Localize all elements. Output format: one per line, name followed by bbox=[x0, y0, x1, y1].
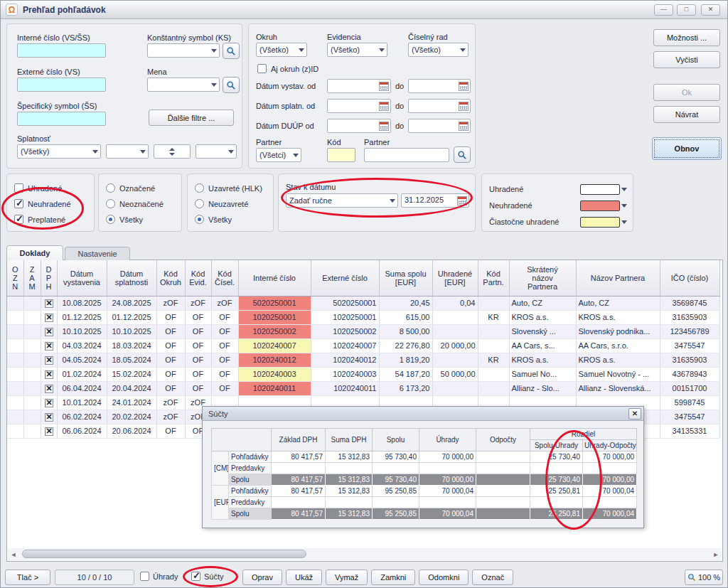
scrollbar-thumb[interactable] bbox=[22, 550, 306, 558]
datum-duup-od-input[interactable] bbox=[327, 119, 391, 133]
closed-radio[interactable]: Uzavreté (HLK) bbox=[195, 183, 262, 193]
popup-title-bar[interactable]: Súčty bbox=[203, 407, 643, 421]
datum-splatn-od-input[interactable] bbox=[327, 99, 391, 113]
datum-splatn-do-input[interactable] bbox=[408, 99, 471, 113]
mark-radio[interactable]: Všetky bbox=[106, 214, 164, 225]
column-header[interactable]: Kód Okruh bbox=[156, 260, 185, 296]
tab-doklady[interactable]: Doklady bbox=[6, 245, 63, 260]
table-row[interactable]: 01.12.2025 01.12.2025 OF OF OF 102025000… bbox=[7, 310, 719, 324]
mark-radio[interactable]: Označené bbox=[106, 183, 164, 193]
moznosti-button[interactable]: Možnosti ... bbox=[653, 29, 720, 46]
scroll-left-icon[interactable]: ◄ bbox=[8, 551, 19, 558]
chevron-down-icon bbox=[621, 220, 627, 224]
splatnost-combo-3[interactable] bbox=[196, 144, 237, 159]
calendar-icon[interactable] bbox=[379, 122, 389, 131]
partner-search-button[interactable] bbox=[454, 146, 471, 163]
maximize-icon[interactable]: □ bbox=[677, 4, 696, 16]
table-row[interactable]: 06.04.2024 20.04.2024 OF OF OF 102024001… bbox=[7, 381, 719, 395]
calendar-icon[interactable] bbox=[379, 102, 389, 111]
okruh-combo[interactable]: (Všetko) bbox=[256, 43, 307, 57]
calendar-icon[interactable] bbox=[459, 122, 469, 131]
minimize-icon[interactable]: — bbox=[654, 4, 673, 16]
splatnost-spinner[interactable] bbox=[154, 144, 191, 159]
calendar-icon[interactable] bbox=[459, 82, 469, 91]
calendar-icon[interactable] bbox=[459, 102, 469, 111]
close-icon[interactable]: ✕ bbox=[701, 4, 720, 16]
partner-combo[interactable]: (Všetci) bbox=[256, 148, 301, 162]
datum-vystav-od-input[interactable] bbox=[327, 79, 391, 93]
table-row[interactable]: 01.02.2024 15.02.2024 OF OF OF 102024000… bbox=[7, 367, 719, 381]
tlac-button[interactable]: Tlač > bbox=[5, 570, 50, 585]
mena-combo[interactable] bbox=[147, 77, 220, 92]
scroll-right-icon[interactable]: ► bbox=[710, 551, 722, 558]
stav-k-datumu-combo[interactable]: Zadať ručne bbox=[286, 193, 398, 208]
column-header[interactable]: Kód Čísel. bbox=[211, 260, 238, 296]
column-header[interactable]: Skrátený názov Partnera bbox=[509, 260, 576, 296]
column-header[interactable]: Suma spolu [EUR] bbox=[379, 260, 432, 296]
ciselny-rad-combo[interactable]: (Všetko) bbox=[408, 43, 469, 57]
splatnost-combo[interactable]: (Všetky) bbox=[17, 144, 101, 159]
sucty-checkbox[interactable]: Súčty bbox=[191, 572, 224, 581]
column-header[interactable]: Kód Partn. bbox=[478, 260, 509, 296]
konstantny-symbol-combo[interactable] bbox=[147, 43, 220, 58]
table-row[interactable]: 10.08.2025 24.08.2025 zOF zOF zOF 502025… bbox=[7, 296, 719, 310]
calendar-icon[interactable] bbox=[379, 82, 389, 91]
interne-cislo-input[interactable] bbox=[17, 43, 106, 58]
table-row[interactable]: 10.10.2025 10.10.2025 OF OF OF 102025000… bbox=[7, 324, 719, 338]
footer-action-button[interactable]: Vymaž bbox=[326, 570, 368, 585]
specificky-symbol-input[interactable] bbox=[17, 112, 106, 126]
navrat-button[interactable]: Návrat bbox=[653, 106, 720, 123]
column-header[interactable]: Dátum vystavenia bbox=[57, 260, 107, 296]
horizontal-scrollbar[interactable]: ◄ ► bbox=[8, 548, 722, 560]
obnov-button[interactable]: Obnov bbox=[652, 137, 722, 160]
tab-nastavenie[interactable]: Nastavenie bbox=[65, 247, 130, 260]
calendar-icon[interactable] bbox=[457, 196, 467, 205]
column-header[interactable]: Dátum splatnosti bbox=[107, 260, 156, 296]
column-header[interactable]: Externé číslo bbox=[311, 260, 379, 296]
uhrady-checkbox[interactable]: Úhrady bbox=[140, 572, 178, 581]
column-header[interactable]: Uhradené [EUR] bbox=[432, 260, 478, 296]
status-checkbox[interactable]: Neuhradené bbox=[14, 198, 71, 209]
footer-action-button[interactable]: Oprav bbox=[242, 570, 282, 585]
column-header[interactable]: Z A M bbox=[23, 260, 41, 296]
aj-okruh-checkbox[interactable]: Aj okruh (z)ID bbox=[257, 63, 318, 74]
sums-row: [CM] Pohľadávky 80 417,57 15 312,83 95 7… bbox=[212, 451, 637, 463]
externe-cislo-input[interactable] bbox=[17, 77, 106, 92]
column-header[interactable]: O Z N bbox=[7, 260, 23, 296]
datum-vystav-do-input[interactable] bbox=[408, 79, 471, 93]
color-combo[interactable] bbox=[580, 217, 627, 228]
column-header[interactable]: D P H bbox=[41, 260, 57, 296]
table-row[interactable]: 04.03.2024 18.03.2024 OF OF OF 102024000… bbox=[7, 338, 719, 353]
datum-duup-do-input[interactable] bbox=[408, 119, 471, 133]
footer-action-button[interactable]: Odomkni bbox=[419, 570, 469, 585]
ks-search-button[interactable] bbox=[223, 43, 240, 59]
column-header[interactable]: Kód Evid. bbox=[185, 260, 211, 296]
table-row[interactable]: 04.05.2024 18.05.2024 OF OF OF 102024001… bbox=[7, 353, 719, 367]
column-header[interactable]: IČO (číslo) bbox=[660, 260, 719, 296]
vycisti-button[interactable]: Vyčisti bbox=[653, 51, 720, 68]
column-header[interactable]: Interné číslo bbox=[238, 260, 311, 296]
status-checkbox[interactable]: Uhradené bbox=[14, 183, 71, 193]
kod-input[interactable] bbox=[327, 148, 355, 162]
radio-label: Uzavreté (HLK) bbox=[208, 184, 262, 193]
partner-input[interactable] bbox=[364, 148, 449, 162]
column-header[interactable]: Názov Partnera bbox=[576, 260, 660, 296]
footer-action-button[interactable]: Zamkni bbox=[371, 570, 415, 585]
closed-radio[interactable]: Všetky bbox=[195, 214, 262, 225]
status-checkbox[interactable]: Preplatené bbox=[14, 214, 71, 225]
closed-radio[interactable]: Neuzavreté bbox=[195, 198, 262, 209]
splatnost-combo-2[interactable] bbox=[106, 144, 149, 159]
dalsie-filtre-button[interactable]: Ďalšie filtre ... bbox=[149, 109, 234, 126]
color-combo[interactable] bbox=[580, 201, 627, 211]
evidencia-combo[interactable]: (Všetko) bbox=[327, 43, 387, 57]
popup-close-icon[interactable]: ✕ bbox=[628, 408, 641, 419]
stav-k-datumu-date-input[interactable]: 31.12.2025 bbox=[401, 193, 469, 208]
mena-search-button[interactable] bbox=[223, 77, 240, 93]
dph-checkbox-icon bbox=[45, 399, 53, 407]
mark-radio[interactable]: Neoznačené bbox=[106, 198, 164, 209]
zoom-control[interactable]: 100 % bbox=[685, 570, 723, 585]
footer-action-button[interactable]: Označ bbox=[472, 570, 513, 585]
sums-row: Preddavky bbox=[212, 497, 637, 508]
color-combo[interactable] bbox=[580, 184, 627, 195]
footer-action-button[interactable]: Ukáž bbox=[286, 570, 322, 585]
